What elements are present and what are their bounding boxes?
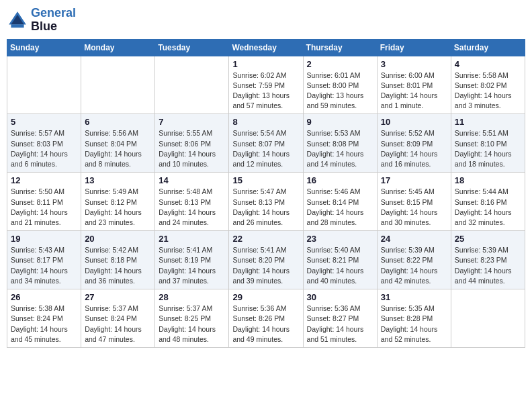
calendar-day-cell: 30Sunrise: 5:36 AMSunset: 8:27 PMDayligh… — [303, 289, 377, 348]
day-number: 6 — [85, 117, 151, 127]
day-number: 31 — [381, 292, 447, 302]
day-info: Sunrise: 5:44 AMSunset: 8:16 PMDaylight:… — [455, 187, 521, 228]
day-number: 26 — [11, 292, 77, 302]
day-info: Sunrise: 5:55 AMSunset: 8:06 PMDaylight:… — [159, 128, 225, 169]
calendar-day-cell: 20Sunrise: 5:42 AMSunset: 8:18 PMDayligh… — [81, 231, 155, 289]
weekday-header: Tuesday — [155, 39, 229, 56]
weekday-header: Monday — [81, 39, 155, 56]
day-info: Sunrise: 5:39 AMSunset: 8:23 PMDaylight:… — [455, 245, 521, 286]
day-number: 5 — [11, 117, 77, 127]
calendar-day-cell: 27Sunrise: 5:37 AMSunset: 8:24 PMDayligh… — [81, 289, 155, 348]
calendar-week-row: 1Sunrise: 6:02 AMSunset: 7:59 PMDaylight… — [7, 56, 525, 114]
logo-icon — [7, 9, 28, 31]
calendar-day-cell: 1Sunrise: 6:02 AMSunset: 7:59 PMDaylight… — [229, 56, 303, 114]
weekday-header: Saturday — [451, 39, 525, 56]
day-info: Sunrise: 5:39 AMSunset: 8:22 PMDaylight:… — [381, 245, 447, 286]
calendar-day-cell: 17Sunrise: 5:45 AMSunset: 8:15 PMDayligh… — [377, 173, 451, 231]
day-number: 19 — [11, 234, 77, 244]
calendar-day-cell: 3Sunrise: 6:00 AMSunset: 8:01 PMDaylight… — [377, 56, 451, 114]
day-info: Sunrise: 5:50 AMSunset: 8:11 PMDaylight:… — [11, 187, 77, 228]
day-info: Sunrise: 5:42 AMSunset: 8:18 PMDaylight:… — [85, 245, 151, 286]
calendar-day-cell: 9Sunrise: 5:53 AMSunset: 8:08 PMDaylight… — [303, 114, 377, 173]
weekday-header: Friday — [377, 39, 451, 56]
empty-cell — [81, 56, 155, 114]
calendar-day-cell: 23Sunrise: 5:40 AMSunset: 8:21 PMDayligh… — [303, 231, 377, 289]
calendar-table: SundayMondayTuesdayWednesdayThursdayFrid… — [7, 39, 525, 348]
day-number: 29 — [232, 292, 299, 302]
calendar-day-cell: 14Sunrise: 5:48 AMSunset: 8:13 PMDayligh… — [155, 173, 229, 231]
day-number: 25 — [455, 234, 521, 244]
day-number: 18 — [455, 175, 521, 185]
day-info: Sunrise: 5:36 AMSunset: 8:27 PMDaylight:… — [307, 304, 373, 345]
calendar-day-cell: 6Sunrise: 5:56 AMSunset: 8:04 PMDaylight… — [81, 114, 155, 173]
day-info: Sunrise: 5:47 AMSunset: 8:13 PMDaylight:… — [232, 187, 299, 228]
day-number: 23 — [307, 234, 373, 244]
day-info: Sunrise: 5:40 AMSunset: 8:21 PMDaylight:… — [307, 245, 373, 286]
calendar-day-cell: 19Sunrise: 5:43 AMSunset: 8:17 PMDayligh… — [7, 231, 81, 289]
calendar-week-row: 12Sunrise: 5:50 AMSunset: 8:11 PMDayligh… — [7, 173, 525, 231]
day-number: 17 — [381, 175, 447, 185]
calendar-day-cell: 31Sunrise: 5:35 AMSunset: 8:28 PMDayligh… — [377, 289, 451, 348]
weekday-header: Thursday — [303, 39, 377, 56]
day-info: Sunrise: 6:00 AMSunset: 8:01 PMDaylight:… — [381, 71, 447, 111]
day-number: 13 — [85, 175, 151, 185]
day-info: Sunrise: 5:51 AMSunset: 8:10 PMDaylight:… — [455, 128, 521, 169]
day-info: Sunrise: 5:36 AMSunset: 8:26 PMDaylight:… — [232, 304, 299, 345]
calendar-day-cell: 21Sunrise: 5:41 AMSunset: 8:19 PMDayligh… — [155, 231, 229, 289]
calendar-day-cell: 8Sunrise: 5:54 AMSunset: 8:07 PMDaylight… — [229, 114, 303, 173]
day-info: Sunrise: 5:45 AMSunset: 8:15 PMDaylight:… — [381, 187, 447, 228]
day-info: Sunrise: 5:41 AMSunset: 8:19 PMDaylight:… — [159, 245, 225, 286]
calendar-day-cell: 4Sunrise: 5:58 AMSunset: 8:02 PMDaylight… — [451, 56, 525, 114]
calendar-day-cell: 25Sunrise: 5:39 AMSunset: 8:23 PMDayligh… — [451, 231, 525, 289]
calendar-day-cell: 26Sunrise: 5:38 AMSunset: 8:24 PMDayligh… — [7, 289, 81, 348]
calendar-day-cell: 2Sunrise: 6:01 AMSunset: 8:00 PMDaylight… — [303, 56, 377, 114]
calendar-day-cell: 13Sunrise: 5:49 AMSunset: 8:12 PMDayligh… — [81, 173, 155, 231]
day-info: Sunrise: 5:46 AMSunset: 8:14 PMDaylight:… — [307, 187, 373, 228]
day-number: 24 — [381, 234, 447, 244]
day-number: 11 — [455, 117, 521, 127]
calendar-day-cell: 22Sunrise: 5:41 AMSunset: 8:20 PMDayligh… — [229, 231, 303, 289]
empty-cell — [155, 56, 229, 114]
day-info: Sunrise: 5:56 AMSunset: 8:04 PMDaylight:… — [85, 128, 151, 169]
svg-rect-2 — [11, 24, 24, 28]
calendar-day-cell: 24Sunrise: 5:39 AMSunset: 8:22 PMDayligh… — [377, 231, 451, 289]
calendar-day-cell: 29Sunrise: 5:36 AMSunset: 8:26 PMDayligh… — [229, 289, 303, 348]
day-number: 27 — [85, 292, 151, 302]
day-info: Sunrise: 5:54 AMSunset: 8:07 PMDaylight:… — [232, 128, 299, 169]
calendar-day-cell: 7Sunrise: 5:55 AMSunset: 8:06 PMDaylight… — [155, 114, 229, 173]
day-info: Sunrise: 5:48 AMSunset: 8:13 PMDaylight:… — [159, 187, 225, 228]
day-number: 9 — [307, 117, 373, 127]
day-number: 30 — [307, 292, 373, 302]
day-info: Sunrise: 5:43 AMSunset: 8:17 PMDaylight:… — [11, 245, 77, 286]
calendar-week-row: 19Sunrise: 5:43 AMSunset: 8:17 PMDayligh… — [7, 231, 525, 289]
day-number: 14 — [159, 175, 225, 185]
weekday-header: Sunday — [7, 39, 81, 56]
day-info: Sunrise: 5:52 AMSunset: 8:09 PMDaylight:… — [381, 128, 447, 169]
day-number: 20 — [85, 234, 151, 244]
calendar-day-cell: 18Sunrise: 5:44 AMSunset: 8:16 PMDayligh… — [451, 173, 525, 231]
day-number: 8 — [232, 117, 299, 127]
day-info: Sunrise: 5:35 AMSunset: 8:28 PMDaylight:… — [381, 304, 447, 345]
day-number: 10 — [381, 117, 447, 127]
logo: General Blue — [7, 7, 76, 34]
logo-text: General Blue — [31, 7, 76, 34]
day-info: Sunrise: 6:01 AMSunset: 8:00 PMDaylight:… — [307, 71, 373, 111]
day-info: Sunrise: 5:58 AMSunset: 8:02 PMDaylight:… — [455, 71, 521, 111]
day-info: Sunrise: 5:53 AMSunset: 8:08 PMDaylight:… — [307, 128, 373, 169]
weekday-header: Wednesday — [229, 39, 303, 56]
day-number: 7 — [159, 117, 225, 127]
calendar-week-row: 5Sunrise: 5:57 AMSunset: 8:03 PMDaylight… — [7, 114, 525, 173]
empty-cell — [7, 56, 81, 114]
day-info: Sunrise: 5:49 AMSunset: 8:12 PMDaylight:… — [85, 187, 151, 228]
day-number: 28 — [159, 292, 225, 302]
calendar-day-cell: 15Sunrise: 5:47 AMSunset: 8:13 PMDayligh… — [229, 173, 303, 231]
calendar-day-cell: 5Sunrise: 5:57 AMSunset: 8:03 PMDaylight… — [7, 114, 81, 173]
day-info: Sunrise: 5:57 AMSunset: 8:03 PMDaylight:… — [11, 128, 77, 169]
day-info: Sunrise: 5:37 AMSunset: 8:24 PMDaylight:… — [85, 304, 151, 345]
day-info: Sunrise: 5:38 AMSunset: 8:24 PMDaylight:… — [11, 304, 77, 345]
calendar-header-row: SundayMondayTuesdayWednesdayThursdayFrid… — [7, 39, 525, 56]
calendar-week-row: 26Sunrise: 5:38 AMSunset: 8:24 PMDayligh… — [7, 289, 525, 348]
day-number: 16 — [307, 175, 373, 185]
day-number: 21 — [159, 234, 225, 244]
calendar-day-cell: 12Sunrise: 5:50 AMSunset: 8:11 PMDayligh… — [7, 173, 81, 231]
